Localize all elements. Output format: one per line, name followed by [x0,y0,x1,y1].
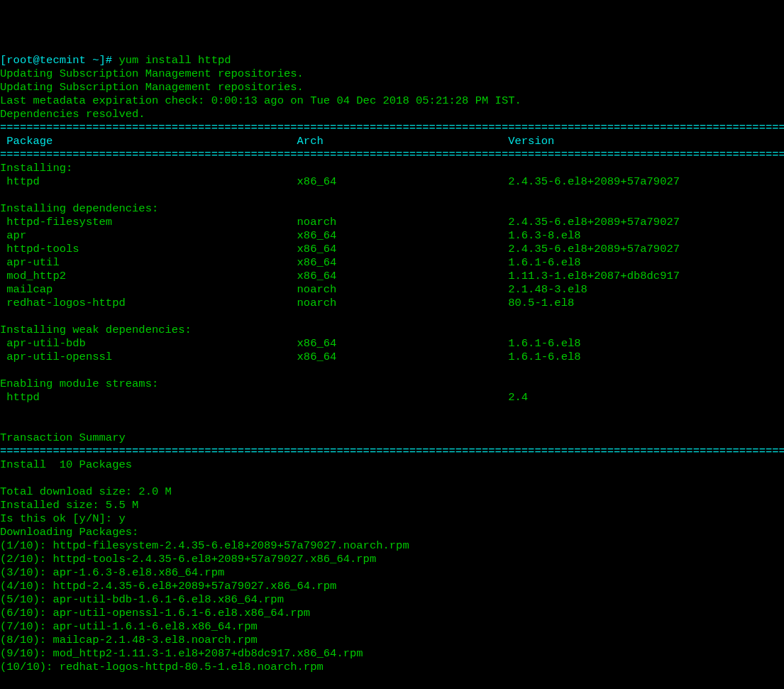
package-row: mod_http2 x86_64 1.11.3-1.el8+2087+db8dc… [0,270,784,283]
download-group: (1/10): httpd-filesystem-2.4.35-6.el8+20… [0,539,784,674]
shell-command: yum install httpd [118,54,231,67]
download-row: (5/10): apr-util-bdb-1.6.1-6.el8.x86_64.… [0,593,784,607]
download-row: (2/10): httpd-tools-2.4.35-6.el8+2089+57… [0,553,784,566]
intro-line: Last metadata expiration check: 0:00:13 … [0,94,521,107]
package-row: apr-util x86_64 1.6.1-6.el8 [0,256,784,270]
package-row: redhat-logos-httpd noarch 80.5-1.el8 [0,297,784,310]
shell-prompt: [root@tecmint ~]# [0,54,118,67]
summary-install: Install 10 Packages [0,458,132,471]
blank [0,472,6,485]
package-group: httpd-filesystem noarch 2.4.35-6.el8+208… [0,216,784,310]
download-row: (6/10): apr-util-openssl-1.6.1-6.el8.x86… [0,607,784,620]
prompt-line: [root@tecmint ~]# yum install httpd [0,54,231,67]
intro-line: Updating Subscription Management reposit… [0,81,304,94]
package-row: apr-util-bdb x86_64 1.6.1-6.el8 [0,337,784,351]
download-row: (4/10): httpd-2.4.35-6.el8+2089+57a79027… [0,580,784,593]
section-weak: Installing weak dependencies: [0,324,192,336]
download-row: (1/10): httpd-filesystem-2.4.35-6.el8+20… [0,539,784,553]
intro-line: Updating Subscription Management reposit… [0,67,304,80]
download-row: (8/10): mailcap-2.1.48-3.el8.noarch.rpm [0,634,784,647]
package-row: httpd 2.4 [0,391,784,404]
package-row: apr x86_64 1.6.3-8.el8 [0,229,784,243]
divider: ========================================… [0,445,784,458]
blank [0,418,6,431]
package-row: httpd-filesystem noarch 2.4.35-6.el8+208… [0,216,784,229]
divider: ========================================… [0,121,784,134]
package-row: apr-util-openssl x86_64 1.6.1-6.el8 [0,351,784,364]
installed-size: Installed size: 5.5 M [0,499,138,512]
download-row: (7/10): apr-util-1.6.1-6.el8.x86_64.rpm [0,620,784,634]
header-row: Package Arch Version [0,135,554,148]
package-row: mailcap noarch 2.1.48-3.el8 [0,283,784,297]
download-size: Total download size: 2.0 M [0,485,172,498]
package-row: httpd x86_64 2.4.35-6.el8+2089+57a79027 [0,175,784,189]
package-group: apr-util-bdb x86_64 1.6.1-6.el8 apr-util… [0,337,784,364]
divider: ========================================… [0,148,784,161]
terminal-output[interactable]: [root@tecmint ~]# yum install httpd Upda… [0,40,784,689]
downloading-header: Downloading Packages: [0,526,138,539]
intro-line: Dependencies resolved. [0,108,145,121]
download-row: (9/10): mod_http2-1.11.3-1.el8+2087+db8d… [0,647,784,661]
package-group: httpd 2.4 [0,391,784,404]
confirm-line: Is this ok [y/N]: y [0,512,126,525]
section-dependencies: Installing dependencies: [0,202,158,215]
confirm-answer[interactable]: y [118,512,125,525]
section-installing: Installing: [0,162,72,175]
summary-title: Transaction Summary [0,431,126,444]
section-streams: Enabling module streams: [0,377,158,390]
download-row: (10/10): redhat-logos-httpd-80.5-1.el8.n… [0,661,784,674]
download-row: (3/10): apr-1.6.3-8.el8.x86_64.rpm [0,566,784,580]
confirm-prompt: Is this ok [y/N]: [0,512,118,525]
package-row: httpd-tools x86_64 2.4.35-6.el8+2089+57a… [0,243,784,256]
package-group: httpd x86_64 2.4.35-6.el8+2089+57a79027 [0,175,784,189]
